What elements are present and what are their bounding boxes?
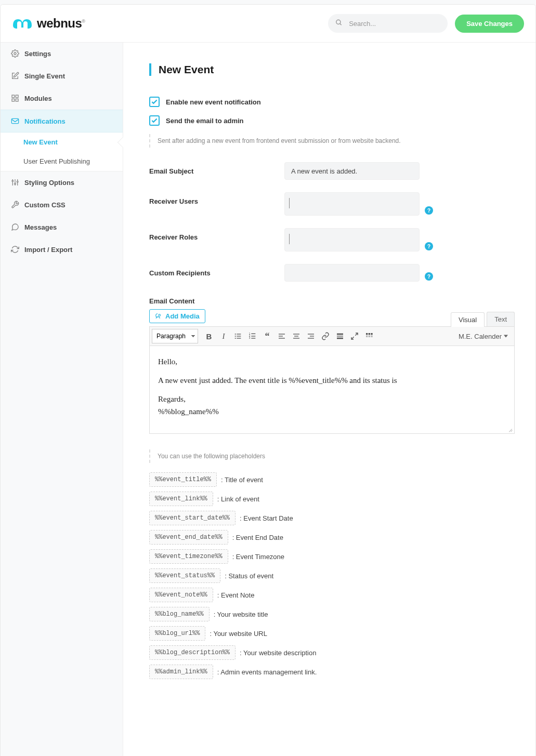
- editor-toolbar: Paragraph B I 123 “ M.E. Calender: [149, 326, 515, 346]
- enable-label: Enable new event notification: [166, 98, 261, 106]
- email-subject-label: Email Subject: [149, 162, 284, 175]
- align-right-icon[interactable]: [304, 329, 318, 343]
- send-admin-label: Send the email to admin: [166, 117, 244, 125]
- help-icon[interactable]: ?: [425, 272, 433, 281]
- tab-text[interactable]: Text: [487, 312, 515, 326]
- svg-rect-41: [366, 333, 368, 335]
- bullet-list-icon[interactable]: [231, 329, 245, 343]
- placeholder-tag: %%blog_url%%: [149, 626, 205, 641]
- sidebar-item-label: Custom CSS: [24, 201, 66, 209]
- svg-rect-31: [294, 336, 298, 336]
- placeholder-desc: : Your website title: [214, 611, 268, 618]
- receiver-roles-input[interactable]: [284, 228, 420, 251]
- svg-rect-33: [308, 334, 314, 334]
- svg-rect-45: [369, 336, 370, 337]
- placeholder-tag: %%admin_link%%: [149, 665, 213, 679]
- add-media-button[interactable]: Add Media: [149, 309, 205, 323]
- enable-checkbox[interactable]: [149, 97, 160, 107]
- align-center-icon[interactable]: [290, 329, 303, 343]
- svg-rect-35: [308, 338, 314, 338]
- placeholder-desc: : Event Timezone: [232, 553, 284, 561]
- placeholder-row: %%event_link%%: Link of event: [149, 492, 515, 506]
- placeholder-tag: %%blog_name%%: [149, 607, 210, 621]
- save-button[interactable]: Save Changes: [455, 15, 524, 33]
- note-text: Sent after adding a new event from front…: [149, 134, 515, 148]
- sidebar-item-custom-css[interactable]: Custom CSS: [1, 194, 123, 216]
- fullscreen-icon[interactable]: [348, 329, 361, 343]
- number-list-icon[interactable]: 123: [246, 329, 259, 343]
- svg-rect-30: [293, 334, 299, 334]
- help-icon[interactable]: ?: [425, 206, 433, 215]
- tab-visual[interactable]: Visual: [451, 312, 485, 327]
- placeholder-row: %%blog_name%%: Your website title: [149, 607, 515, 621]
- placeholder-desc: : Your website description: [240, 649, 316, 657]
- placeholder-tag: %%blog_description%%: [149, 645, 236, 660]
- svg-rect-5: [12, 99, 15, 101]
- svg-point-15: [235, 334, 236, 335]
- receiver-roles-label: Receiver Roles: [149, 228, 284, 241]
- placeholder-tag: %%event_status%%: [149, 568, 220, 583]
- svg-rect-18: [237, 336, 241, 336]
- svg-rect-42: [369, 333, 370, 335]
- align-left-icon[interactable]: [275, 329, 289, 343]
- placeholders-label: You can use the following placeholders: [149, 449, 515, 463]
- bold-icon[interactable]: B: [202, 329, 216, 343]
- sidebar-item-label: Messages: [24, 223, 57, 231]
- svg-rect-37: [337, 336, 343, 336]
- email-content-label: Email Content: [149, 297, 515, 305]
- svg-rect-3: [12, 95, 15, 98]
- email-subject-input[interactable]: [284, 162, 420, 180]
- sidebar-item-settings[interactable]: Settings: [1, 43, 123, 65]
- search-input[interactable]: [328, 14, 448, 33]
- svg-rect-26: [251, 338, 255, 338]
- sidebar-item-single-event[interactable]: Single Event: [1, 65, 123, 87]
- svg-rect-43: [371, 333, 372, 335]
- svg-point-13: [17, 181, 18, 182]
- svg-point-11: [15, 183, 16, 184]
- placeholder-desc: : Status of event: [225, 572, 273, 580]
- edit-icon: [11, 72, 19, 80]
- send-admin-checkbox[interactable]: [149, 115, 160, 126]
- receiver-users-input[interactable]: [284, 192, 420, 216]
- search-box: [328, 14, 448, 33]
- svg-rect-4: [16, 95, 18, 98]
- toolbar-toggle-icon[interactable]: [362, 329, 376, 343]
- sidebar: SettingsSingle EventModulesNotifications…: [1, 43, 123, 756]
- placeholder-row: %%event_end_date%%: Event End Date: [149, 530, 515, 545]
- sidebar-item-notifications[interactable]: Notifications: [1, 110, 123, 132]
- sidebar-item-import-export[interactable]: Import / Export: [1, 238, 123, 261]
- placeholder-row: %%event_timezone%%: Event Timezone: [149, 549, 515, 564]
- sidebar-item-modules[interactable]: Modules: [1, 87, 123, 110]
- svg-point-0: [336, 20, 341, 24]
- custom-recipients-label: Custom Recipients: [149, 264, 284, 277]
- resize-handle-icon[interactable]: [507, 426, 513, 432]
- readmore-icon[interactable]: [333, 329, 347, 343]
- custom-recipients-input[interactable]: [284, 264, 420, 282]
- italic-icon[interactable]: I: [217, 329, 230, 343]
- submenu-item-user-event-publishing[interactable]: User Event Publishing: [1, 152, 123, 171]
- svg-rect-22: [251, 334, 255, 334]
- submenu-item-new-event[interactable]: New Event: [1, 132, 123, 152]
- svg-marker-47: [504, 335, 508, 338]
- mail-icon: [11, 117, 19, 125]
- placeholder-desc: : Event End Date: [232, 534, 283, 541]
- placeholder-row: %%admin_link%%: Admin events management …: [149, 665, 515, 679]
- sidebar-item-label: Settings: [24, 50, 51, 58]
- svg-point-17: [235, 336, 236, 337]
- sidebar-item-styling-options[interactable]: Styling Options: [1, 171, 123, 194]
- quote-icon[interactable]: “: [260, 329, 274, 343]
- placeholder-row: %%event_title%%: Title of event: [149, 472, 515, 487]
- placeholder-desc: : Event Start Date: [240, 514, 293, 522]
- placeholder-tag: %%event_end_date%%: [149, 530, 228, 545]
- help-icon[interactable]: ?: [425, 242, 433, 250]
- editor-textarea[interactable]: Hello, A new event just added. The event…: [149, 346, 515, 434]
- svg-line-1: [340, 23, 342, 25]
- sidebar-item-messages[interactable]: Messages: [1, 216, 123, 238]
- svg-text:3: 3: [249, 337, 251, 339]
- page-title: New Event: [149, 63, 515, 76]
- link-icon[interactable]: [319, 329, 332, 343]
- format-select[interactable]: Paragraph: [152, 329, 198, 343]
- sidebar-item-label: Modules: [24, 95, 52, 102]
- calendar-dropdown[interactable]: M.E. Calender: [454, 330, 512, 342]
- placeholders-list: %%event_title%%: Title of event%%event_l…: [149, 472, 515, 679]
